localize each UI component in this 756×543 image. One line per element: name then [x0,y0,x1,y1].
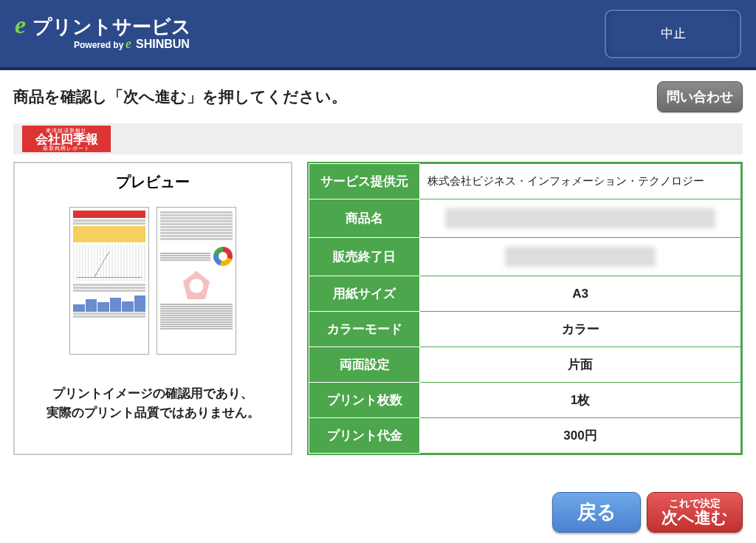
service-logo: e プリントサービス Powered by e SHINBUN [15,11,207,57]
detail-value: XXXXXXXXX XXXXXXXX XXXXX XXXXXXXXX [420,199,741,238]
back-button[interactable]: 戻る [552,492,641,533]
cancel-button[interactable]: 中止 [605,10,741,58]
header-bar: e プリントサービス Powered by e SHINBUN 中止 [0,0,756,70]
preview-note-line1: プリントイメージの確認用であり、 [22,384,284,403]
detail-value: カラー [420,312,741,347]
svg-text:SHINBUN: SHINBUN [136,38,190,50]
badge-main: 会社四季報 [35,133,98,146]
footer-buttons: 戻る これで決定 次へ進む [552,492,743,533]
detail-label: 両面設定 [309,347,420,383]
next-button-line1: これで決定 [669,498,721,509]
instruction-bar: 商品を確認し「次へ進む」を押してください。 問い合わせ [0,70,756,123]
preview-panel: プレビュー [13,162,292,455]
preview-pages [22,207,284,355]
inquiry-button[interactable]: 問い合わせ [657,81,743,112]
detail-label: 用紙サイズ [309,276,420,312]
detail-value: A3 [420,276,741,312]
detail-label: サービス提供元 [309,164,420,199]
svg-text:プリントサービス: プリントサービス [32,16,191,38]
detail-label: プリント代金 [309,418,420,454]
content-area: プレビュー [13,162,743,455]
svg-text:Powered by: Powered by [74,40,124,50]
detail-value: 株式会社ビジネス・インフォメーション・テクノロジー [420,164,741,199]
preview-note-line2: 実際のプリント品質ではありません。 [22,403,284,423]
detail-value: 片面 [420,347,741,383]
detail-label: カラーモード [309,312,420,347]
next-button-line2: 次へ進む [662,509,728,527]
preview-title: プレビュー [22,172,284,192]
detail-label: プリント枚数 [309,383,420,418]
shikiho-badge: 東洋経済新報社 会社四季報 最新銘柄レポート [22,126,111,152]
detail-table: サービス提供元株式会社ビジネス・インフォメーション・テクノロジー商品名XXXXX… [307,162,743,455]
svg-text:e: e [126,36,131,51]
brand-bar: 東洋経済新報社 会社四季報 最新銘柄レポート [13,123,743,154]
preview-note: プリントイメージの確認用であり、 実際のプリント品質ではありません。 [22,384,284,422]
detail-label: 販売終了日 [309,238,420,276]
detail-value: 1枚 [420,383,741,418]
badge-bottom: 最新銘柄レポート [43,146,90,151]
preview-page-1 [69,207,149,355]
svg-text:e: e [15,11,26,38]
instruction-text: 商品を確認し「次へ進む」を押してください。 [13,86,347,107]
next-button[interactable]: これで決定 次へ進む [647,492,743,533]
detail-value: XXXXXXXXXXXXXXXXXX [420,238,741,276]
preview-page-2 [157,207,236,355]
detail-value: 300円 [420,418,741,454]
detail-label: 商品名 [309,199,420,238]
